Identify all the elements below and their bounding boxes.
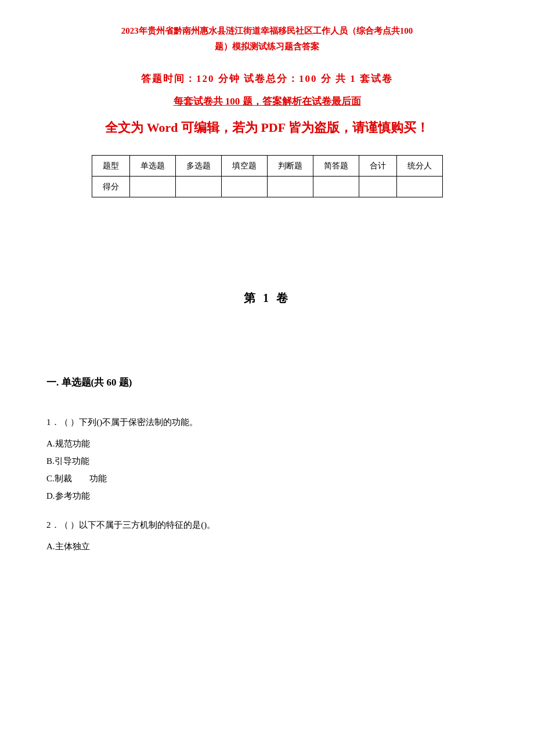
table-score-row: 得分 bbox=[92, 177, 442, 197]
question-1-options: A.规范功能 B.引导功能 C.制裁 功能 D.参考功能 bbox=[46, 435, 488, 505]
question-2-stem: 2．（ ）以下不属于三方机制的特征的是()。 bbox=[46, 517, 488, 533]
header-multi: 多选题 bbox=[175, 156, 221, 177]
header-total: 合计 bbox=[359, 156, 396, 177]
header-short: 简答题 bbox=[313, 156, 359, 177]
score-fill bbox=[221, 177, 267, 197]
word-notice-part1: 全文为 Word 可编辑 bbox=[105, 120, 219, 135]
question-2-options: A.主体独立 bbox=[46, 538, 488, 555]
table-header-row: 题型 单选题 多选题 填空题 判断题 简答题 合计 统分人 bbox=[92, 156, 442, 177]
exam-notice: 每套试卷共 100 题，答案解析在试卷最后面 bbox=[46, 95, 488, 108]
header-fill: 填空题 bbox=[221, 156, 267, 177]
option-1c: C.制裁 功能 bbox=[46, 470, 488, 487]
question-2: 2．（ ）以下不属于三方机制的特征的是()。 A.主体独立 bbox=[46, 517, 488, 555]
score-judge bbox=[267, 177, 313, 197]
option-2a: A.主体独立 bbox=[46, 538, 488, 555]
spacer-2 bbox=[46, 329, 488, 376]
volume-header: 第 1 卷 bbox=[46, 290, 488, 306]
score-total bbox=[359, 177, 396, 197]
question-1: 1．（ ）下列()不属于保密法制的功能。 A.规范功能 B.引导功能 C.制裁 … bbox=[46, 415, 488, 505]
score-single bbox=[129, 177, 175, 197]
spacer-1 bbox=[46, 209, 488, 255]
title-line1: 2023年贵州省黔南州惠水县涟江街道幸福移民社区工作人员（综合考点共100 bbox=[46, 23, 488, 39]
word-notice: 全文为 Word 可编辑，若为 PDF 皆为盗版，请谨慎购买！ bbox=[46, 117, 488, 138]
header-single: 单选题 bbox=[129, 156, 175, 177]
score-label: 得分 bbox=[92, 177, 129, 197]
header-scorer: 统分人 bbox=[396, 156, 442, 177]
score-scorer bbox=[396, 177, 442, 197]
score-table-wrapper: 题型 单选题 多选题 填空题 判断题 简答题 合计 统分人 得分 bbox=[46, 155, 488, 197]
section-title: 一. 单选题(共 60 题) bbox=[46, 376, 488, 389]
spacer-3 bbox=[46, 403, 488, 415]
header-judge: 判断题 bbox=[267, 156, 313, 177]
score-table: 题型 单选题 多选题 填空题 判断题 简答题 合计 统分人 得分 bbox=[92, 155, 443, 197]
page-title: 2023年贵州省黔南州惠水县涟江街道幸福移民社区工作人员（综合考点共100 题）… bbox=[46, 23, 488, 55]
score-multi bbox=[175, 177, 221, 197]
question-1-stem: 1．（ ）下列()不属于保密法制的功能。 bbox=[46, 415, 488, 430]
score-short bbox=[313, 177, 359, 197]
option-1b: B.引导功能 bbox=[46, 452, 488, 470]
header-type: 题型 bbox=[92, 156, 129, 177]
option-1d: D.参考功能 bbox=[46, 487, 488, 505]
word-notice-part2: ，若为 PDF 皆为盗版，请谨慎购买！ bbox=[219, 120, 429, 135]
exam-info: 答题时间：120 分钟 试卷总分：100 分 共 1 套试卷 bbox=[46, 72, 488, 85]
option-1a: A.规范功能 bbox=[46, 435, 488, 452]
title-line2: 题）模拟测试练习题含答案 bbox=[46, 39, 488, 55]
